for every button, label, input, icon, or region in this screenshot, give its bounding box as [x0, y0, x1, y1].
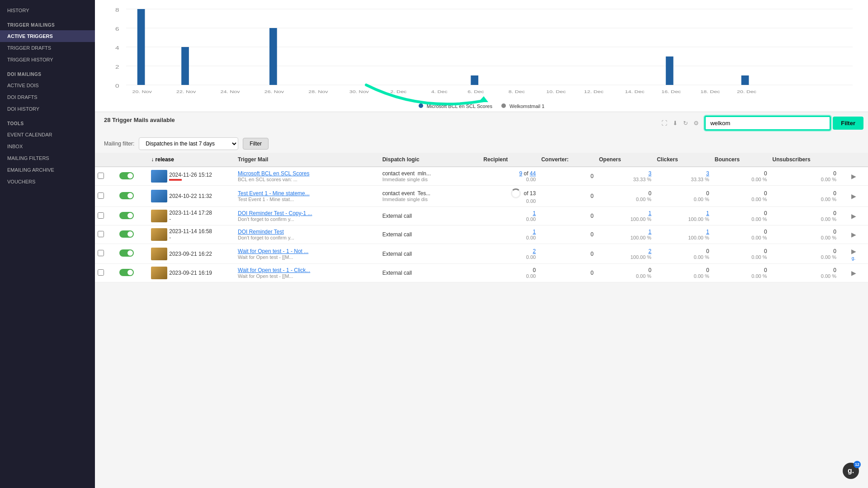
sidebar-item-inbox[interactable]: INBOX [0, 141, 95, 152]
th-converter[interactable]: Converter: [538, 153, 596, 167]
row6-clickers: 0 0.00 % [654, 264, 712, 282]
row6-toggle[interactable] [119, 269, 134, 276]
chart-legend: Microsoft BCL en SCL Scores Welkomstmail… [104, 101, 859, 112]
download-icon[interactable]: ⬇ [673, 120, 678, 127]
row3-play-button[interactable]: ▶ [850, 211, 857, 221]
loading-spinner [511, 188, 521, 198]
search-input[interactable] [704, 116, 831, 131]
refresh-icon[interactable]: ↻ [683, 120, 688, 127]
sidebar-item-history[interactable]: HISTORY [0, 5, 95, 16]
row6-play-button[interactable]: ▶ [850, 268, 857, 277]
sidebar-item-doi-drafts[interactable]: DOI DRAFTS [0, 91, 95, 103]
th-dispatch-logic[interactable]: Dispatch logic [380, 153, 481, 167]
row1-converter: 0 [538, 167, 596, 186]
svg-text:14. Dec: 14. Dec [625, 89, 645, 94]
table-row: 2024-11-26 15:12 Microsoft BCL en SCL Sc… [95, 167, 868, 186]
svg-text:22. Nov: 22. Nov [176, 89, 196, 94]
svg-text:10. Dec: 10. Dec [546, 89, 566, 94]
row4-thumbnail [151, 228, 167, 241]
row3-recipient: 1 0.00 [481, 207, 538, 225]
th-unsubscribers[interactable]: Unsubscribers [770, 153, 839, 167]
sidebar-item-emailing-archive[interactable]: EMAILING ARCHIVE [0, 164, 95, 176]
svg-rect-27 [666, 56, 674, 85]
chart-area: 8 6 4 2 0 20. Nov 22. Nov 24. Nov 26. No… [95, 0, 868, 112]
sidebar-section-tools: TOOLS [0, 115, 95, 129]
row3-checkbox[interactable] [98, 212, 104, 219]
row5-toggle[interactable] [119, 249, 134, 257]
row1-checkbox[interactable] [98, 173, 104, 179]
sidebar: HISTORY TRIGGER MAILINGS ACTIVE TRIGGERS… [0, 0, 95, 488]
th-trigger-mail[interactable]: Trigger Mail [235, 153, 380, 167]
row1-release: 2024-11-26 15:12 [148, 167, 235, 186]
th-clickers[interactable]: Clickers [654, 153, 712, 167]
row5-extra-icon[interactable]: g. [842, 256, 865, 261]
sidebar-item-active-dois[interactable]: ACTIVE DOIS [0, 80, 95, 91]
sidebar-item-trigger-drafts[interactable]: TRIGGER DRAFTS [0, 42, 95, 54]
row5-checkbox[interactable] [98, 250, 104, 256]
row4-unsub: 0 0.00 % [770, 225, 839, 244]
row6-bouncers: 0 0.00 % [712, 264, 770, 282]
th-release[interactable]: ↓ release [148, 153, 235, 167]
apply-filter-button[interactable]: Filter [243, 138, 269, 150]
table-header-row: ↓ release Trigger Mail Dispatch logic Re… [95, 153, 868, 167]
row6-unsub: 0 0.00 % [770, 264, 839, 282]
row6-action: ▶ [839, 264, 868, 282]
row5-play-button[interactable]: ▶ [850, 247, 857, 256]
table-row: 2023-11-14 17:28 - DOI Reminder Test - C… [95, 207, 868, 225]
row2-toggle[interactable] [119, 192, 134, 199]
th-recipient[interactable]: Recipient [481, 153, 538, 167]
row6-converter: 0 [538, 264, 596, 282]
row1-recipient: 9 of 44 0.00 [481, 167, 538, 186]
sidebar-item-event-calendar[interactable]: EVENT CALENDAR [0, 129, 95, 141]
row3-dispatch: External call [380, 207, 481, 225]
bar-chart: 8 6 4 2 0 20. Nov 22. Nov 24. Nov 26. No… [104, 5, 859, 99]
row4-recipient: 1 0.00 [481, 225, 538, 244]
row4-release: 2023-11-14 16:58 - [148, 225, 235, 244]
legend-item-bcl: Microsoft BCL en SCL Scores [419, 103, 492, 109]
sidebar-item-vouchers[interactable]: VOUCHERS [0, 176, 95, 188]
th-openers[interactable]: Openers [596, 153, 654, 167]
row1-play-button[interactable]: ▶ [850, 172, 857, 181]
row3-toggle[interactable] [119, 212, 134, 219]
svg-text:12. Dec: 12. Dec [584, 89, 604, 94]
search-filter-button[interactable]: Filter [833, 117, 863, 130]
row5-converter: 0 [538, 244, 596, 264]
sidebar-item-doi-history[interactable]: DOI HISTORY [0, 103, 95, 115]
svg-text:26. Nov: 26. Nov [264, 89, 284, 94]
svg-text:16. Dec: 16. Dec [661, 89, 681, 94]
row2-checkbox[interactable] [98, 192, 104, 199]
row3-bouncers: 0 0.00 % [712, 207, 770, 225]
row3-clickers: 1 100.00 % [654, 207, 712, 225]
filter-section: Mailing filter: Dispatches in the last 7… [95, 135, 868, 153]
row3-trigger-mail: DOI Reminder Test - Copy-1 ... Don't for… [235, 207, 380, 225]
row5-dispatch: External call [380, 244, 481, 264]
row1-trigger-mail: Microsoft BCL en SCL Scores BCL en SCL s… [235, 167, 380, 186]
row5-recipient: 2 0.00 [481, 244, 538, 264]
sidebar-item-trigger-history[interactable]: TRIGGER HISTORY [0, 54, 95, 66]
row5-thumbnail [151, 248, 167, 260]
sidebar-item-mailing-filters[interactable]: MAILING FILTERS [0, 152, 95, 164]
expand-icon[interactable]: ⛶ [661, 120, 667, 127]
row6-release: 2023-09-21 16:19 [148, 264, 235, 282]
row4-checkbox[interactable] [98, 231, 104, 237]
row2-bouncers: 0 0.00 % [712, 186, 770, 207]
row4-bouncers: 0 0.00 % [712, 225, 770, 244]
settings-icon[interactable]: ⚙ [693, 120, 699, 127]
mailing-filter-select[interactable]: Dispatches in the last 7 days All dispat… [139, 137, 238, 150]
row1-thumbnail [151, 170, 167, 183]
svg-text:6: 6 [115, 26, 119, 32]
row4-play-button[interactable]: ▶ [850, 230, 857, 239]
svg-text:2. Dec: 2. Dec [390, 89, 407, 94]
row5-clickers: 0 0.00 % [654, 244, 712, 264]
th-bouncers[interactable]: Bouncers [712, 153, 770, 167]
row1-toggle[interactable] [119, 172, 134, 179]
g-badge[interactable]: g. 12 [843, 463, 859, 479]
row4-toggle[interactable] [119, 230, 134, 238]
row2-play-button[interactable]: ▶ [850, 192, 857, 201]
row2-openers: 0 0.00 % [596, 186, 654, 207]
sidebar-item-active-triggers[interactable]: ACTIVE TRIGGERS [0, 30, 95, 42]
sidebar-section-doi-mailings: DOI MAILINGS [0, 66, 95, 80]
svg-text:2: 2 [115, 64, 119, 70]
row3-openers: 1 100.00 % [596, 207, 654, 225]
row6-checkbox[interactable] [98, 269, 104, 276]
